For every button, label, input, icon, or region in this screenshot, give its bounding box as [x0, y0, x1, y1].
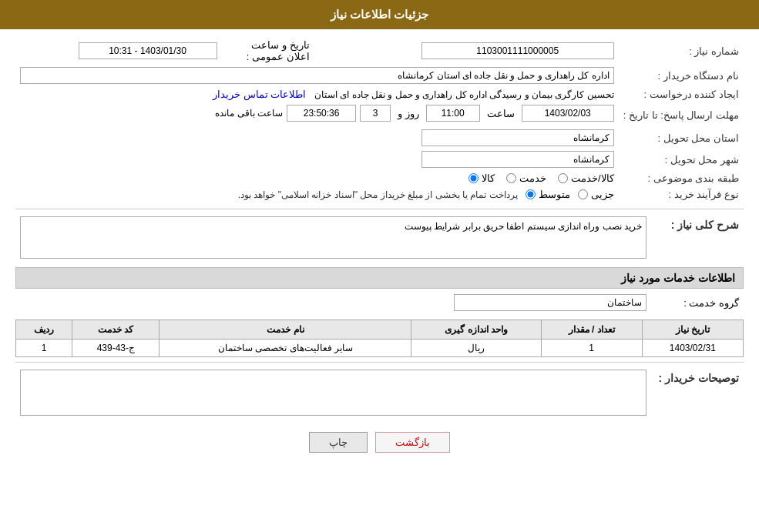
radio-jozyi: جزیی [578, 189, 614, 200]
cell-vahed: ریال [411, 340, 541, 357]
info-table: شماره نیاز : تاریخ و ساعت اعلان عمومی : … [15, 37, 744, 202]
col-tedad: تعداد / مقدار [541, 320, 642, 340]
radio-kala-khadamat-input[interactable] [558, 173, 568, 183]
divider-1 [15, 209, 744, 209]
radio-motavasset: متوسط [526, 189, 570, 200]
noeFarayand-note: پرداخت تمام یا بخشی از مبلغ خریداز محل "… [238, 189, 518, 200]
back-button[interactable]: بازگشت [375, 432, 450, 453]
saat-label: ساعت [487, 108, 515, 119]
radio-khadamat-input[interactable] [506, 173, 516, 183]
cell-tarikh: 1403/02/31 [642, 340, 743, 357]
cell-name: سایر فعالیت‌های تخصصی ساختمان [160, 340, 411, 357]
col-radif: ردیف [16, 320, 72, 340]
grooh-khadamat-label: گروه خدمت : [651, 292, 744, 313]
col-tarikh-niaz: تاریخ نیاز [642, 320, 743, 340]
tarikhPasokh-date[interactable] [522, 105, 614, 122]
tabaqe-radios: کالا/خدمت خدمت کالا [20, 172, 614, 184]
grooh-khadamat-input[interactable] [454, 294, 646, 311]
radio-motavasset-input[interactable] [526, 189, 536, 199]
row-ostan: استان محل تحویل : [15, 127, 744, 149]
radio-khadamat-label: خدمت [519, 172, 546, 184]
radio-kala-input[interactable] [468, 173, 479, 183]
col-kod: کد خدمت [72, 320, 160, 340]
print-button[interactable]: چاپ [309, 432, 368, 453]
shrh-naaz-value: خرید نصب وراه اندازی سیستم اطفا حریق برا… [405, 221, 642, 232]
row-shomareNiaz: شماره نیاز : تاریخ و ساعت اعلان عمومی : [15, 37, 744, 65]
cell-radif: 1 [16, 340, 72, 357]
main-content: شماره نیاز : تاریخ و ساعت اعلان عمومی : … [0, 29, 759, 472]
row-noeFarayand: نوع فرآیند خرید : جزیی متوسط پرداخت تمام… [15, 186, 744, 202]
mohlat-label: مهلت ارسال پاسخ: تا تاریخ : [619, 102, 744, 127]
services-table: تاریخ نیاز تعداد / مقدار واحد اندازه گیر… [15, 320, 744, 357]
tarikhPasokh-roz[interactable] [360, 105, 391, 122]
col-name: نام خدمت [160, 320, 411, 340]
radio-jozyi-input[interactable] [578, 189, 588, 199]
row-toseefat: توصیحات خریدار : [15, 367, 744, 420]
row-namDasgah: نام دستگاه خریدار : [15, 65, 744, 86]
page-title: جزئیات اطلاعات نیاز [331, 8, 428, 21]
mohlat-row: ساعت روز و ساعت باقی مانده [20, 105, 614, 122]
shahr-input[interactable] [421, 151, 614, 168]
tarikhAlan-input[interactable] [79, 42, 217, 59]
divider-2 [15, 362, 744, 363]
cell-tedad: 1 [541, 340, 642, 357]
shomareNiaz-label: شماره نیاز : [619, 37, 744, 65]
roz-label: روز و [398, 108, 419, 119]
radio-kala: کالا [468, 172, 495, 184]
khadamat-header-label: اطلاعات خدمات مورد نیاز [621, 272, 735, 284]
toseefat-label: توصیحات خریدار : [651, 367, 744, 420]
noeFarayand-row: جزیی متوسط پرداخت تمام یا بخشی از مبلغ خ… [20, 189, 614, 200]
radio-khadamat: خدمت [506, 172, 546, 184]
toseefat-section-label: توصیحات خریدار : [659, 372, 739, 384]
ijadKonande-text: تحسین کارگری بیمان و رسیدگی اداره کل راه… [314, 89, 614, 100]
page-wrapper: جزئیات اطلاعات نیاز شماره نیاز : تاریخ و… [0, 0, 759, 532]
khadamat-section-header: اطلاعات خدمات مورد نیاز [15, 267, 744, 289]
radio-jozyi-label: جزیی [591, 189, 614, 200]
shomareNiaz-input[interactable] [421, 42, 614, 59]
shahr-label: شهر محل تحویل : [619, 149, 744, 170]
shrh-naaz-section-label: شرح کلی نیاز : [671, 219, 739, 231]
page-header: جزئیات اطلاعات نیاز [0, 0, 759, 29]
tarikhAlan-label: تاریخ و ساعت اعلان عمومی : [222, 37, 314, 65]
row-tabaqe: طبقه بندی موضوعی : کالا/خدمت خدمت کالا [15, 170, 744, 186]
buttons-row: بازگشت چاپ [15, 432, 744, 453]
namDasgah-label: نام دستگاه خریدار : [619, 65, 744, 86]
radio-motavasset-label: متوسط [539, 189, 570, 200]
row-grooh-khadamat: گروه خدمت : [15, 292, 744, 313]
services-thead: تاریخ نیاز تعداد / مقدار واحد اندازه گیر… [16, 320, 744, 340]
radio-kala-khadamat: کالا/خدمت [558, 172, 614, 184]
row-shahr: شهر محل تحویل : [15, 149, 744, 170]
radio-kala-khadamat-label: کالا/خدمت [571, 172, 614, 184]
row-mohlat: مهلت ارسال پاسخ: تا تاریخ : ساعت روز و س… [15, 102, 744, 127]
services-header-row: تاریخ نیاز تعداد / مقدار واحد اندازه گیر… [16, 320, 744, 340]
row-ijadKonande: ایجاد کننده درخواست : تحسین کارگری بیمان… [15, 86, 744, 102]
table-row: 1403/02/31 1 ریال سایر فعالیت‌های تخصصی … [16, 340, 744, 357]
cell-kod: ج-43-439 [72, 340, 160, 357]
radio-kala-label: کالا [482, 172, 495, 184]
baghimande-label: ساعت باقی مانده [215, 108, 283, 119]
shrh-naaz-table: شرح کلی نیاز : خرید نصب وراه اندازی سیست… [15, 214, 744, 261]
namDasgah-input[interactable] [20, 67, 614, 84]
grooh-khadamat-table: گروه خدمت : [15, 292, 744, 313]
ijadKonande-link[interactable]: اطلاعات تماس خریدار [213, 89, 306, 100]
col-vahed: واحد اندازه گیری [411, 320, 541, 340]
ostan-label: استان محل تحویل : [619, 127, 744, 149]
shrh-naaz-box: خرید نصب وراه اندازی سیستم اطفا حریق برا… [20, 216, 646, 259]
shomareNiaz-value [338, 37, 619, 65]
toseefat-table: توصیحات خریدار : [15, 367, 744, 420]
tarikhPasokh-saat[interactable] [426, 105, 480, 122]
ostan-input[interactable] [421, 129, 614, 146]
toseefat-textarea[interactable] [20, 370, 646, 416]
services-tbody: 1403/02/31 1 ریال سایر فعالیت‌های تخصصی … [16, 340, 744, 357]
ijadKonande-label: ایجاد کننده درخواست : [619, 86, 744, 102]
row-shrh-naaz: شرح کلی نیاز : خرید نصب وراه اندازی سیست… [15, 214, 744, 261]
noeFarayand-label: نوع فرآیند خرید : [619, 186, 744, 202]
shrh-naaz-label: شرح کلی نیاز : [651, 214, 744, 261]
tabaqe-label: طبقه بندی موضوعی : [619, 170, 744, 186]
tarikhPasokh-baghimande[interactable] [287, 105, 356, 122]
